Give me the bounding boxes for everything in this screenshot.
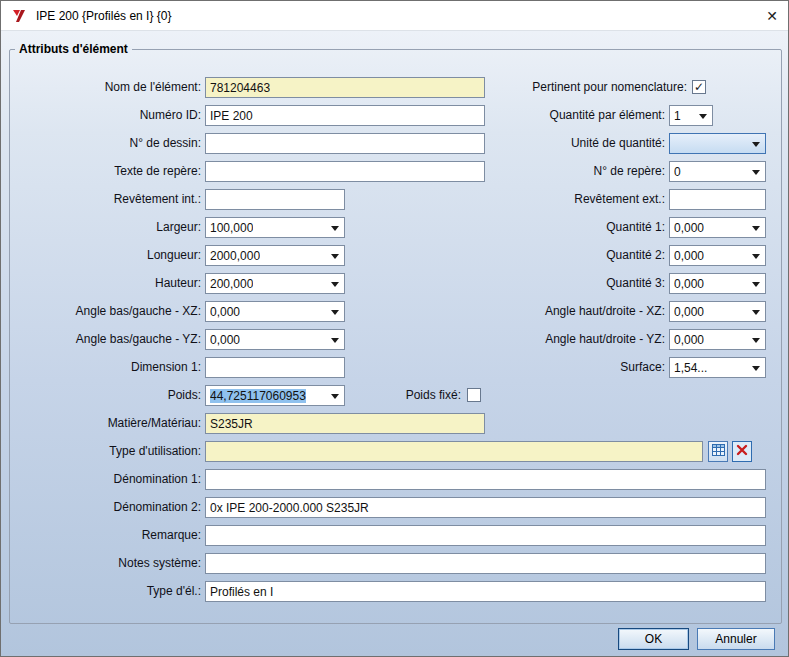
largeur-value: 100,000 bbox=[210, 221, 253, 235]
no-dessin-label: N° de dessin: bbox=[11, 136, 201, 150]
largeur-combo[interactable]: 100,000 bbox=[205, 217, 345, 238]
notes-systeme-label: Notes système: bbox=[11, 556, 201, 570]
hauteur-label: Hauteur: bbox=[11, 276, 201, 290]
angle-haut-droite-xz-value: 0,000 bbox=[674, 305, 704, 319]
revetement-int-label: Revêtement int.: bbox=[11, 192, 201, 206]
angle-bas-gauche-yz-label: Angle bas/gauche - YZ: bbox=[11, 332, 201, 346]
type-utilisation-input[interactable] bbox=[205, 441, 703, 462]
chevron-down-icon bbox=[752, 142, 760, 147]
quantite3-label: Quantité 3: bbox=[435, 276, 665, 290]
revetement-int-input[interactable] bbox=[205, 189, 345, 210]
attributes-form: Nom de l'élément: 781204463 Pertinent po… bbox=[11, 1, 780, 657]
type-el-label: Type d'él.: bbox=[11, 584, 201, 598]
chevron-down-icon bbox=[331, 226, 339, 231]
angle-haut-droite-xz-combo[interactable]: 0,000 bbox=[669, 301, 766, 322]
quantite-par-element-value: 1 bbox=[674, 109, 681, 123]
revetement-ext-label: Revêtement ext.: bbox=[435, 192, 665, 206]
dialog-buttons: OK Annuler bbox=[618, 628, 775, 650]
type-utilisation-table-button[interactable] bbox=[708, 441, 728, 462]
quantite2-value: 0,000 bbox=[674, 249, 704, 263]
row-matiere: Matière/Matériau: S235JR bbox=[11, 413, 780, 434]
chevron-down-icon bbox=[331, 338, 339, 343]
quantite-par-element-label: Quantité par élément: bbox=[435, 108, 665, 122]
ok-button[interactable]: OK bbox=[618, 628, 689, 650]
chevron-down-icon bbox=[331, 254, 339, 259]
angle-bas-gauche-xz-label: Angle bas/gauche - XZ: bbox=[11, 304, 201, 318]
denomination2-input[interactable]: 0x IPE 200-2000.000 S235JR bbox=[205, 497, 766, 518]
chevron-down-icon bbox=[699, 114, 707, 119]
unite-quantite-combo[interactable] bbox=[669, 133, 766, 154]
remarque-label: Remarque: bbox=[11, 528, 201, 542]
revetement-ext-input[interactable] bbox=[669, 189, 766, 210]
quantite1-label: Quantité 1: bbox=[435, 220, 665, 234]
row-texte-repere: Texte de repère: N° de repère: 0 bbox=[11, 161, 780, 182]
angle-haut-droite-yz-combo[interactable]: 0,000 bbox=[669, 329, 766, 350]
angle-haut-droite-xz-label: Angle haut/droite - XZ: bbox=[435, 304, 665, 318]
dimension1-label: Dimension 1: bbox=[11, 360, 201, 374]
cancel-button[interactable]: Annuler bbox=[697, 628, 775, 650]
chevron-down-icon bbox=[752, 282, 760, 287]
row-angle-xz: Angle bas/gauche - XZ: 0,000 Angle haut/… bbox=[11, 301, 780, 322]
angle-bas-gauche-yz-combo[interactable]: 0,000 bbox=[205, 329, 345, 350]
row-remarque: Remarque: bbox=[11, 525, 780, 546]
row-dimension-surface: Dimension 1: Surface: 1,54... bbox=[11, 357, 780, 378]
remarque-input[interactable] bbox=[205, 525, 766, 546]
chevron-down-icon bbox=[752, 310, 760, 315]
angle-bas-gauche-xz-combo[interactable]: 0,000 bbox=[205, 301, 345, 322]
dimension1-input[interactable] bbox=[205, 357, 345, 378]
chevron-down-icon bbox=[752, 338, 760, 343]
row-longueur: Longueur: 2000,000 Quantité 2: 0,000 bbox=[11, 245, 780, 266]
quantite2-combo[interactable]: 0,000 bbox=[669, 245, 766, 266]
angle-bas-gauche-xz-value: 0,000 bbox=[210, 305, 240, 319]
row-poids: Poids: 44,725117060953 Poids fixé: bbox=[11, 385, 780, 406]
row-numero-id: Numéro ID: IPE 200 Quantité par élément:… bbox=[11, 105, 780, 126]
poids-fixe-label: Poids fixé: bbox=[261, 388, 461, 402]
no-repere-value: 0 bbox=[674, 165, 681, 179]
surface-label: Surface: bbox=[435, 360, 665, 374]
chevron-down-icon bbox=[331, 310, 339, 315]
denomination1-input[interactable] bbox=[205, 469, 766, 490]
row-no-dessin: N° de dessin: Unité de quantité: bbox=[11, 133, 780, 154]
quantite1-value: 0,000 bbox=[674, 221, 704, 235]
quantite-par-element-combo[interactable]: 1 bbox=[669, 105, 713, 126]
matiere-input[interactable]: S235JR bbox=[205, 413, 485, 434]
row-revetement: Revêtement int.: Revêtement ext.: bbox=[11, 189, 780, 210]
notes-systeme-input[interactable] bbox=[205, 553, 766, 574]
unite-quantite-label: Unité de quantité: bbox=[435, 136, 665, 150]
row-type-el: Type d'él.: Profilés en I bbox=[11, 581, 780, 602]
poids-fixe-checkbox[interactable] bbox=[467, 388, 481, 402]
row-largeur: Largeur: 100,000 Quantité 1: 0,000 bbox=[11, 217, 780, 238]
type-utilisation-delete-button[interactable] bbox=[732, 441, 752, 462]
row-angle-yz: Angle bas/gauche - YZ: 0,000 Angle haut/… bbox=[11, 329, 780, 350]
type-el-input[interactable]: Profilés en I bbox=[205, 581, 766, 602]
numero-id-label: Numéro ID: bbox=[11, 108, 201, 122]
chevron-down-icon bbox=[752, 170, 760, 175]
row-nom-element: Nom de l'élément: 781204463 Pertinent po… bbox=[11, 77, 780, 98]
no-repere-combo[interactable]: 0 bbox=[669, 161, 766, 182]
pertinent-label: Pertinent pour nomenclature: bbox=[411, 80, 687, 94]
nom-element-label: Nom de l'élément: bbox=[11, 80, 201, 94]
dialog-window: IPE 200 {Profilés en I} {0} ✕ Attributs … bbox=[0, 0, 789, 657]
hauteur-value: 200,000 bbox=[210, 277, 253, 291]
longueur-combo[interactable]: 2000,000 bbox=[205, 245, 345, 266]
pertinent-checkbox[interactable]: ✓ bbox=[692, 80, 706, 94]
red-x-icon bbox=[736, 444, 748, 459]
largeur-label: Largeur: bbox=[11, 220, 201, 234]
chevron-down-icon bbox=[752, 226, 760, 231]
angle-haut-droite-yz-label: Angle haut/droite - YZ: bbox=[435, 332, 665, 346]
denomination1-label: Dénomination 1: bbox=[11, 472, 201, 486]
denomination2-value: 0x IPE 200-2000.000 S235JR bbox=[210, 501, 369, 515]
quantite1-combo[interactable]: 0,000 bbox=[669, 217, 766, 238]
no-repere-label: N° de repère: bbox=[435, 164, 665, 178]
nom-element-value: 781204463 bbox=[210, 81, 270, 95]
longueur-label: Longueur: bbox=[11, 248, 201, 262]
hauteur-combo[interactable]: 200,000 bbox=[205, 273, 345, 294]
surface-combo[interactable]: 1,54... bbox=[669, 357, 766, 378]
quantite3-combo[interactable]: 0,000 bbox=[669, 273, 766, 294]
angle-bas-gauche-yz-value: 0,000 bbox=[210, 333, 240, 347]
numero-id-value: IPE 200 bbox=[210, 109, 253, 123]
row-denomination1: Dénomination 1: bbox=[11, 469, 780, 490]
angle-haut-droite-yz-value: 0,000 bbox=[674, 333, 704, 347]
surface-value: 1,54... bbox=[674, 361, 707, 375]
row-denomination2: Dénomination 2: 0x IPE 200-2000.000 S235… bbox=[11, 497, 780, 518]
